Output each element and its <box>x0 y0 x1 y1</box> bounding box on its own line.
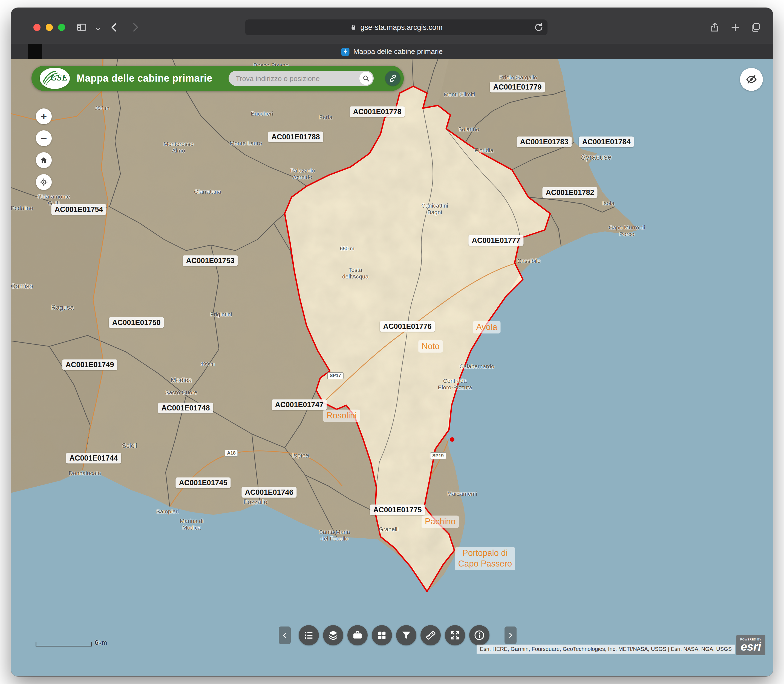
legend-icon <box>303 630 314 641</box>
place-label: Giarratana <box>194 189 221 195</box>
cabin-label[interactable]: AC001E01750 <box>109 317 164 328</box>
share-icon[interactable] <box>708 20 722 34</box>
place-label: Syracuse <box>581 153 612 161</box>
cabin-label[interactable]: AC001E01777 <box>468 235 523 246</box>
cabin-label[interactable]: AC001E01784 <box>579 137 634 147</box>
browser-toolbar: gse-sta.maps.arcgis.com <box>11 8 773 44</box>
gse-logo: GSE <box>40 68 70 89</box>
filter-button[interactable] <box>396 625 416 645</box>
place-label: Capo Murro diPorco <box>609 224 645 237</box>
place-label: Priolo Gargallo <box>499 74 538 81</box>
info-button[interactable] <box>469 625 489 645</box>
place-label: Modica <box>171 376 192 384</box>
esri-wordmark: esri <box>741 641 761 653</box>
place-label: Buccheri <box>251 110 273 117</box>
scale-line <box>35 642 92 647</box>
search-input[interactable] <box>235 71 351 87</box>
place-label: Ferla <box>319 114 332 121</box>
locate-icon <box>39 178 48 187</box>
cabin-label[interactable]: AC001E01746 <box>241 487 296 498</box>
forward-button[interactable] <box>128 20 142 34</box>
zoom-in-label: + <box>41 111 47 123</box>
road-badge: A18 <box>224 450 238 457</box>
eye-slash-icon <box>745 73 757 86</box>
browser-tab[interactable]: Mappa delle cabine primarie <box>341 44 443 59</box>
place-label: Ragusa <box>51 304 74 311</box>
fullscreen-icon <box>449 630 460 641</box>
sidebar-toggle-icon[interactable] <box>74 20 89 34</box>
zoom-out-button[interactable]: − <box>36 130 52 146</box>
map-terrain <box>11 59 773 676</box>
cabin-label[interactable]: AC001E01779 <box>490 82 545 92</box>
layers-button[interactable] <box>323 625 343 645</box>
apps-button[interactable] <box>372 625 392 645</box>
toolbar-prev-button[interactable] <box>279 626 291 644</box>
legend-button[interactable] <box>299 625 319 645</box>
place-label: Cassibile <box>517 258 540 264</box>
gse-logo-text: GSE <box>51 73 68 83</box>
basemap-button[interactable] <box>348 625 368 645</box>
cabin-label[interactable]: AC001E01747 <box>272 400 327 410</box>
cabin-label[interactable]: AC001E01745 <box>175 478 230 488</box>
link-icon <box>388 74 398 83</box>
share-link-button[interactable] <box>385 71 401 86</box>
cabin-label[interactable]: AC001E01778 <box>349 106 405 117</box>
zoom-window-button[interactable] <box>58 24 65 31</box>
scale-bar: 6km <box>35 639 107 647</box>
app-title: Mappa delle cabine primarie <box>77 66 213 91</box>
place-label: ContradaEloro-Pizzuta <box>438 377 472 391</box>
cabin-label[interactable]: AC001E01749 <box>62 360 117 370</box>
cabin-label[interactable]: AC001E01788 <box>268 132 323 142</box>
tab-overview-icon[interactable] <box>749 20 763 34</box>
place-label: Testadell'Acqua <box>342 267 369 280</box>
toggle-visibility-button[interactable] <box>740 68 763 91</box>
browser-window: gse-sta.maps.arcgis.com Mappa delle cabi… <box>11 8 773 676</box>
city-label: Portopalo diCapo Passero <box>455 547 515 570</box>
close-window-button[interactable] <box>34 24 40 31</box>
fullscreen-button[interactable] <box>445 625 465 645</box>
cabin-label[interactable]: AC001E01754 <box>51 204 106 215</box>
place-label: Pedalino <box>11 205 33 211</box>
url-bar[interactable]: gse-sta.maps.arcgis.com <box>245 19 547 35</box>
measure-icon <box>425 630 436 641</box>
city-label: Pachino <box>422 516 459 528</box>
reload-icon[interactable] <box>533 22 544 33</box>
place-label: Monti Climiti <box>444 91 475 98</box>
cabin-label[interactable]: AC001E01782 <box>542 187 597 198</box>
filter-icon <box>401 630 412 641</box>
road-badge: SP17 <box>327 372 343 379</box>
cabin-label[interactable]: AC001E01744 <box>66 453 121 464</box>
place-label: Ispica <box>292 452 309 459</box>
zoom-in-button[interactable]: + <box>36 108 52 124</box>
cabin-label[interactable]: AC001E01776 <box>380 321 435 332</box>
locate-button[interactable] <box>36 174 52 190</box>
tab-stub <box>28 44 42 59</box>
chevron-down-icon[interactable] <box>91 22 105 36</box>
zoom-out-label: − <box>41 132 47 144</box>
place-label: Calabernardo <box>459 363 494 369</box>
cabin-label[interactable]: AC001E01783 <box>517 137 571 147</box>
place-label: Sacro Cuore <box>165 389 197 396</box>
place-label: Solarino <box>458 126 479 132</box>
search-button[interactable] <box>359 72 373 85</box>
toolbar-next-button[interactable] <box>504 626 517 644</box>
cabin-label[interactable]: AC001E01748 <box>158 403 213 413</box>
place-label: Donnalucata <box>69 470 101 476</box>
cabin-label[interactable]: AC001E01775 <box>370 505 425 515</box>
place-label: MonterossoAlmo <box>163 141 193 154</box>
map-canvas[interactable]: Bosco PisanoPriolo GargalloMonti Climiti… <box>11 59 773 676</box>
place-label: 650 m <box>340 245 354 252</box>
map-attribution: Esri, HERE, Garmin, Foursquare, GeoTechn… <box>477 645 735 653</box>
minimize-window-button[interactable] <box>46 24 53 31</box>
place-label: Sampieri <box>156 508 179 515</box>
new-tab-button[interactable] <box>728 20 742 34</box>
lock-icon <box>350 24 357 31</box>
place-label: Marina diModica <box>180 518 203 531</box>
back-button[interactable] <box>107 20 122 34</box>
measure-button[interactable] <box>420 625 441 645</box>
home-button[interactable] <box>36 152 52 168</box>
info-icon <box>474 630 485 641</box>
place-label: 499 m <box>200 361 215 367</box>
road-badge: SP19 <box>430 452 446 460</box>
cabin-label[interactable]: AC001E01753 <box>183 255 238 266</box>
